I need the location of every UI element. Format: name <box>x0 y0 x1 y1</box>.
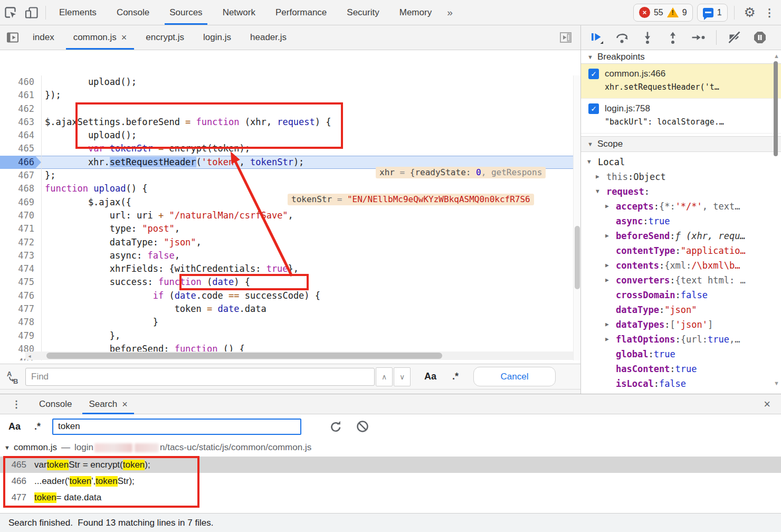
expand-triangle-icon[interactable]: ▶ <box>605 199 616 214</box>
scrollbar-thumb[interactable] <box>46 353 442 359</box>
line-number[interactable]: 465 <box>0 142 41 155</box>
scope-entry-global[interactable]: global: true <box>581 347 781 362</box>
inspect-element-icon[interactable] <box>0 2 21 23</box>
find-next-button[interactable]: ∨ <box>394 367 411 386</box>
editor-horizontal-scrollbar[interactable]: ◂ <box>25 352 573 360</box>
cancel-button[interactable]: Cancel <box>473 367 556 386</box>
resume-icon[interactable] <box>589 31 604 44</box>
tab-sources[interactable]: Sources <box>159 0 212 25</box>
tab-console[interactable]: Console <box>107 0 159 25</box>
tab-elements[interactable]: Elements <box>49 0 107 25</box>
scope-entry-contents[interactable]: ▶contents: {xml: /\bxml\b… <box>581 258 781 273</box>
more-options-icon[interactable]: ⋮ <box>762 6 781 19</box>
breakpoint-checkbox[interactable]: ✓ <box>588 103 599 114</box>
code-text[interactable]: if (date.code == successCode) { <box>41 289 320 302</box>
step-into-icon[interactable] <box>640 31 655 44</box>
code-text[interactable]: }; <box>41 169 55 182</box>
tab-performance[interactable]: Performance <box>265 0 337 25</box>
expand-triangle-icon[interactable]: ▼ <box>587 155 598 169</box>
line-number[interactable]: 477 <box>0 302 41 316</box>
scope-entry-accepts[interactable]: ▶accepts: {*: '*/*', text… <box>581 199 781 214</box>
breakpoint-item[interactable]: ✓common.js:466xhr.setRequestHeader('t… <box>581 64 781 99</box>
line-number[interactable]: 473 <box>0 249 41 262</box>
line-number[interactable]: 472 <box>0 236 41 249</box>
line-number[interactable]: 460 <box>0 75 41 89</box>
expand-triangle-icon[interactable]: ▶ <box>605 317 616 332</box>
breakpoint-checkbox[interactable]: ✓ <box>588 69 599 79</box>
code-text[interactable]: url: uri + "/naturalMan/csrfSave", <box>41 209 293 222</box>
search-result-file-header[interactable]: ▼ common.js — login n/tacs-uc/static/js/… <box>0 439 781 457</box>
code-text[interactable]: $.ajaxSettings.beforeSend = function (xh… <box>41 116 331 129</box>
deactivate-breakpoints-icon[interactable] <box>727 31 742 44</box>
code-text[interactable]: token = date.data <box>41 302 266 316</box>
line-number[interactable]: 463 <box>0 116 41 129</box>
regex-toggle[interactable]: .* <box>452 371 459 382</box>
execution-line-number[interactable]: 466 <box>0 156 41 169</box>
file-tab-login.js[interactable]: login.js <box>194 25 241 50</box>
device-toolbar-icon[interactable] <box>21 2 42 23</box>
messages-badge-group[interactable]: 1 <box>697 4 728 22</box>
close-tab-icon[interactable]: × <box>121 33 127 42</box>
code-text[interactable]: xhrFields: {withCredentials: true}, <box>41 262 299 276</box>
line-number[interactable]: 474 <box>0 262 41 276</box>
search-regex-toggle[interactable]: .* <box>34 421 41 432</box>
editor-vertical-scrollbar[interactable] <box>573 75 580 360</box>
scope-entry-crossdomain[interactable]: crossDomain: false <box>581 288 781 302</box>
refresh-search-icon[interactable] <box>329 420 343 434</box>
scroll-up-arrow-icon[interactable]: ▲ <box>774 53 779 59</box>
search-input[interactable] <box>52 419 301 435</box>
scope-entry-async[interactable]: async: true <box>581 214 781 229</box>
code-text[interactable]: xhr.setRequestHeader('token', tokenStr); <box>41 156 304 169</box>
code-text[interactable]: dataType: "json", <box>41 236 202 249</box>
scroll-down-arrow-icon[interactable]: ▼ <box>774 380 779 386</box>
more-panels-icon[interactable]: » <box>442 7 458 18</box>
find-input[interactable] <box>25 368 375 386</box>
scope-entry-local[interactable]: ▼Local <box>581 155 781 169</box>
line-number[interactable]: 476 <box>0 289 41 302</box>
code-text[interactable]: function upload() { <box>41 182 148 195</box>
scroll-left-arrow-icon[interactable]: ◂ <box>25 353 34 359</box>
scope-entry-request[interactable]: ▼request: <box>581 184 781 199</box>
expand-triangle-icon[interactable]: ▶ <box>605 273 616 288</box>
file-tab-index[interactable]: index <box>23 25 64 50</box>
sidebar-scrollbar-thumb[interactable] <box>774 61 778 156</box>
scope-entry-flatoptions[interactable]: ▶flatOptions: {url: true,… <box>581 332 781 347</box>
line-number[interactable]: 468 <box>0 182 41 195</box>
line-number[interactable]: 479 <box>0 329 41 343</box>
code-text[interactable]: success: function (date) { <box>41 276 250 289</box>
expand-triangle-icon[interactable]: ▼ <box>596 184 606 199</box>
code-text[interactable]: var tokenStr = encrypt(token); <box>41 142 250 155</box>
code-text[interactable] <box>41 102 45 116</box>
line-number[interactable]: 470 <box>0 209 41 222</box>
search-match-case-toggle[interactable]: Aa <box>8 421 21 432</box>
clear-search-icon[interactable] <box>356 420 369 433</box>
code-editor[interactable]: 460 upload();461});462463$.ajaxSettings.… <box>0 75 580 360</box>
search-result-line-466[interactable]: 466...eader('token', tokenStr); <box>0 473 781 489</box>
step-over-icon[interactable] <box>615 31 630 44</box>
settings-gear-icon[interactable]: ⚙ <box>738 5 762 20</box>
scope-entry-datatypes[interactable]: ▶dataTypes: ['json'] <box>581 317 781 332</box>
line-number[interactable]: 475 <box>0 276 41 289</box>
code-text[interactable]: type: "post", <box>41 222 180 235</box>
tab-memory[interactable]: Memory <box>389 0 442 25</box>
drawer-tab-search[interactable]: Search× <box>80 394 136 414</box>
scope-entry-beforesend[interactable]: ▶beforeSend: ƒ (xhr, requ… <box>581 229 781 243</box>
find-previous-button[interactable]: ∧ <box>376 367 393 386</box>
code-text[interactable]: }, <box>41 329 120 343</box>
pause-on-exceptions-icon[interactable] <box>753 31 767 44</box>
tab-network[interactable]: Network <box>213 0 265 25</box>
file-tab-encrypt.js[interactable]: encrypt.js <box>136 25 194 50</box>
scope-section-header[interactable]: ▼ Scope <box>581 136 781 152</box>
code-text[interactable]: }); <box>41 89 61 102</box>
match-case-toggle[interactable]: Aa <box>424 371 436 382</box>
search-result-line-477[interactable]: 477token = date.data <box>0 489 781 506</box>
scope-entry-this[interactable]: ▶this: Object <box>581 169 781 184</box>
code-text[interactable]: async: false, <box>41 249 180 262</box>
find-replace-icon[interactable]: AB <box>0 369 25 384</box>
expand-triangle-icon[interactable]: ▶ <box>605 258 616 273</box>
line-number[interactable]: 478 <box>0 316 41 329</box>
scope-entry-hascontent[interactable]: hasContent: true <box>581 362 781 376</box>
step-out-icon[interactable] <box>665 31 680 44</box>
drawer-tab-console[interactable]: Console <box>31 394 80 414</box>
file-tab-header.js[interactable]: header.js <box>241 25 296 50</box>
